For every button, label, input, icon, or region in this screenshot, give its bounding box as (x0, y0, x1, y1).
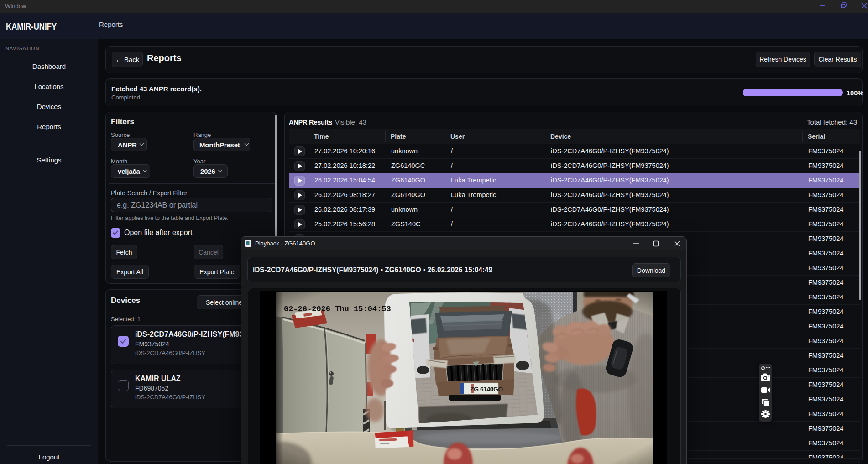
svg-text:02-26-2026 Thu 15:04:53: 02-26-2026 Thu 15:04:53 (284, 305, 391, 313)
